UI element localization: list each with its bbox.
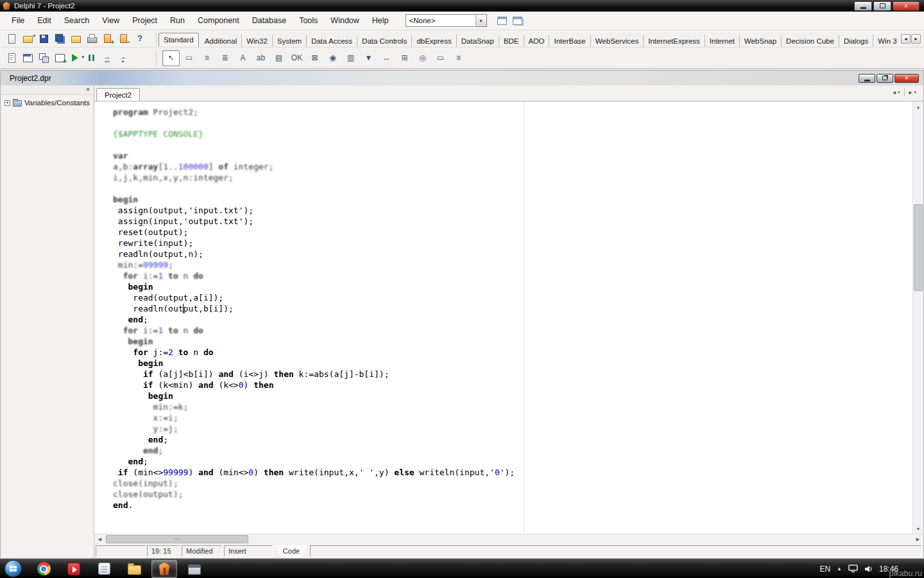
code-line[interactable]: if (min<>99999) and (min<>0) then write(… [113,467,912,478]
scroll-left-icon[interactable]: ◀ [94,534,105,544]
code-line[interactable]: a,b:array[1..100000] of integer; [113,161,912,172]
scrollbar-button[interactable]: ↔ [378,50,395,66]
radio-button-button[interactable]: ◉ [324,50,341,66]
radio-group-button[interactable]: ◎ [414,50,431,66]
code-line[interactable]: readln(output,b[i]); [113,303,912,314]
code-line[interactable] [113,118,912,128]
menu-item[interactable]: View [96,13,126,28]
memo-button[interactable]: ▤ [270,50,287,66]
code-line[interactable]: if (a[j]<b[i]) and (i<>j) then k:=abs(a[… [113,369,912,380]
console-app-button[interactable] [182,560,207,578]
code-line[interactable]: rewrite(input); [113,238,912,249]
code-line[interactable]: min:=99999; [113,259,912,270]
tab-project2[interactable]: Project2 [96,88,140,101]
step-over-button[interactable] [117,51,130,64]
show-hidden-icons-icon[interactable]: ▲ [837,566,842,572]
menu-item[interactable]: Tools [293,13,324,28]
new-form-button[interactable] [53,51,66,64]
browse-forward-dropdown-icon[interactable]: ▾ [913,89,918,96]
checkbox-button[interactable]: ⊠ [306,50,323,66]
horizontal-scrollbar[interactable]: ◀ ▶ [94,534,923,544]
save-all-button[interactable] [53,32,66,45]
code-line[interactable]: for i:=1 to n do [113,270,912,281]
set-debug-desktop-icon[interactable] [513,17,522,25]
desktop-layout-combo[interactable]: <None> ▼ [406,14,487,27]
edit-button[interactable]: ab [252,50,270,66]
menu-item[interactable]: Component [191,13,246,28]
chrome-button[interactable] [31,560,56,578]
view-unit-button[interactable] [5,51,18,64]
code-line[interactable]: reset(output); [113,227,912,238]
palette-tab[interactable]: System [273,35,307,47]
code-line[interactable] [113,139,912,150]
palette-tab[interactable]: DataSnap [457,35,499,47]
code-line[interactable]: end. [113,500,912,511]
code-line[interactable]: for j:=2 to n do [113,347,912,358]
save-desktop-icon[interactable] [497,17,507,25]
explorer-close-icon[interactable]: × [84,86,92,94]
palette-tab[interactable]: WebSnap [740,35,782,47]
code-line[interactable]: close(input); [113,478,912,489]
toggle-form-unit-button[interactable] [37,51,50,64]
code-line[interactable]: assign(input,'output.txt'); [113,216,912,227]
code-line[interactable]: for i:=1 to n do [113,325,912,336]
palette-tab[interactable]: Internet [705,35,740,47]
editor-close-button[interactable]: × [894,74,919,83]
scroll-right-icon[interactable]: ▶ [912,534,923,544]
tabs-scroll-right-icon[interactable]: ▸ [911,34,921,44]
editor-minimize-button[interactable] [859,74,875,83]
palette-tab[interactable]: InterBase [549,35,590,47]
view-form-button[interactable] [21,51,34,64]
code-line[interactable]: end; [113,314,912,325]
expand-icon[interactable]: + [4,100,10,106]
browse-back-dropdown-icon[interactable]: ▾ [897,89,902,96]
notes-app-button[interactable] [91,560,117,578]
code-line[interactable]: end; [113,456,912,467]
code-line[interactable]: close(output); [113,489,912,500]
vertical-scroll-thumb[interactable] [914,204,923,291]
palette-tab[interactable]: dbExpress [412,35,456,47]
editor-restore-button[interactable] [877,74,893,83]
code-line[interactable]: end; [113,434,912,445]
editor-titlebar[interactable]: Project2.dpr × [1,71,923,85]
code-line[interactable]: i,j,k,min,x,y,n:integer; [113,172,912,183]
code-line[interactable]: readln(output,n); [113,249,912,259]
code-line[interactable]: end; [113,445,912,456]
start-button[interactable] [4,560,22,577]
save-button[interactable] [37,32,50,45]
menu-item[interactable]: Edit [31,13,58,28]
code-line[interactable]: program Project2; [113,107,912,118]
code-line[interactable]: var [113,150,912,161]
vertical-scrollbar[interactable]: ▲ ▼ [912,101,923,534]
code-line[interactable]: min:=k; [113,401,912,412]
pause-button[interactable] [85,51,98,64]
display-icon[interactable] [848,565,858,573]
palette-tab[interactable]: Decision Cube [782,35,839,47]
delphi-button[interactable] [151,560,177,578]
new-items-button[interactable] [5,32,18,45]
button-button[interactable]: OK [288,50,305,66]
tab-code[interactable]: Code [274,545,309,557]
menu-item[interactable]: File [5,13,31,28]
add-file-button[interactable] [101,32,114,45]
groupbox-button[interactable]: ⊞ [396,50,413,66]
minimize-button[interactable] [854,1,872,11]
menu-item[interactable]: Window [324,13,365,28]
maximize-button[interactable] [873,1,891,11]
code-line[interactable]: x:=i; [113,412,912,423]
open-project-button[interactable] [69,32,82,45]
open-button[interactable] [21,32,34,45]
remove-file-button[interactable] [117,32,130,45]
code-line[interactable]: begin [113,358,912,369]
language-indicator[interactable]: EN [819,565,830,574]
code-line[interactable]: y:=j; [113,423,912,434]
palette-tab[interactable]: Win32 [242,35,273,47]
palette-tab[interactable]: Data Access [307,35,357,47]
menu-item[interactable]: Run [164,13,191,28]
menu-item[interactable]: Search [58,13,96,28]
browse-back-icon[interactable]: ◂ [891,88,897,96]
code-line[interactable]: begin [113,194,912,205]
menu-item[interactable]: Database [246,13,293,28]
label-button[interactable]: A [234,50,252,66]
palette-tab[interactable]: WebServices [591,35,644,47]
